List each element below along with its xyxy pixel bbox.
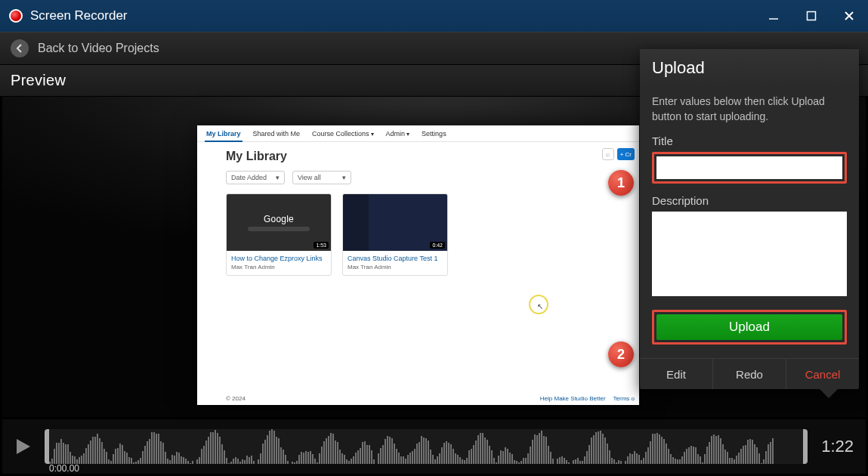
chevron-down-icon: ▾ [371,131,374,138]
timeline[interactable] [45,429,808,464]
duration-badge: 1:53 [314,242,329,249]
upload-help-text: Enter values below then click Upload but… [652,94,847,124]
svg-rect-0 [808,12,816,20]
record-icon [9,9,23,23]
sort-select: Date Added▾ [226,171,285,184]
recording-preview: My Library Shared with Me Course Collect… [197,125,639,405]
view-select: View all▾ [292,171,351,184]
video-card: Google 1:53 How to Change Ezproxy Links … [226,193,332,276]
canvas-nav-settings: Settings [422,130,446,138]
edit-button[interactable]: Edit [640,359,712,389]
play-button[interactable] [10,434,36,459]
titlebar: Screen Recorder [0,0,868,32]
canvas-nav-shared: Shared with Me [253,130,301,138]
panel-pointer-icon [818,388,839,398]
description-label: Description [652,194,847,207]
preview-heading: Preview [11,72,66,89]
total-duration: 1:22 [821,437,854,456]
step-badge-2: 2 [608,342,634,367]
video-title: How to Change Ezproxy Links [227,251,331,264]
upload-panel: Upload Enter values below then click Upl… [640,49,859,389]
canvas-page-title: My Library [226,150,610,163]
duration-badge: 0:42 [430,242,445,249]
chevron-down-icon: ▾ [276,174,280,181]
player-bar: 1:22 0:00.00 [2,419,866,474]
cancel-button[interactable]: Cancel [786,359,859,389]
create-button: + Cr [617,148,635,160]
title-highlight [652,152,847,184]
playhead-time: 0:00.00 [49,463,79,474]
video-title: Canvas Studio Capture Test 1 [343,251,447,264]
app-title: Screen Recorder [30,8,128,23]
canvas-footer-link: Help Make Studio Better [540,395,606,402]
canvas-copyright: © 2024 [226,395,246,402]
cursor-highlight-icon [529,295,548,314]
description-input[interactable] [652,212,847,296]
video-author: Max Tran Admin [343,264,447,275]
window-close-button[interactable] [830,0,868,32]
canvas-footer-link: Terms o [613,395,635,402]
upload-heading: Upload [640,49,859,87]
window-minimize-button[interactable] [755,0,792,32]
chevron-down-icon: ▾ [342,174,346,181]
window-maximize-button[interactable] [792,0,830,32]
back-button[interactable] [11,39,29,57]
back-label[interactable]: Back to Video Projects [38,42,159,55]
canvas-nav-admin: Admin▾ [386,130,410,138]
video-card: 0:42 Canvas Studio Capture Test 1 Max Tr… [342,193,448,276]
chevron-down-icon: ▾ [406,131,409,138]
video-thumbnail: 0:42 [343,194,447,251]
upload-button[interactable]: Upload [656,314,842,340]
canvas-nav-my-library: My Library [206,130,241,138]
title-input[interactable] [656,156,842,179]
step-badge-1: 1 [608,170,634,196]
title-label: Title [652,134,847,147]
search-icon: ⌕ [602,148,614,160]
canvas-nav-collections: Course Collections▾ [312,130,374,138]
upload-button-highlight: Upload [652,310,847,345]
video-thumbnail: Google 1:53 [227,194,331,251]
video-author: Max Tran Admin [227,264,331,275]
redo-button[interactable]: Redo [712,359,786,389]
